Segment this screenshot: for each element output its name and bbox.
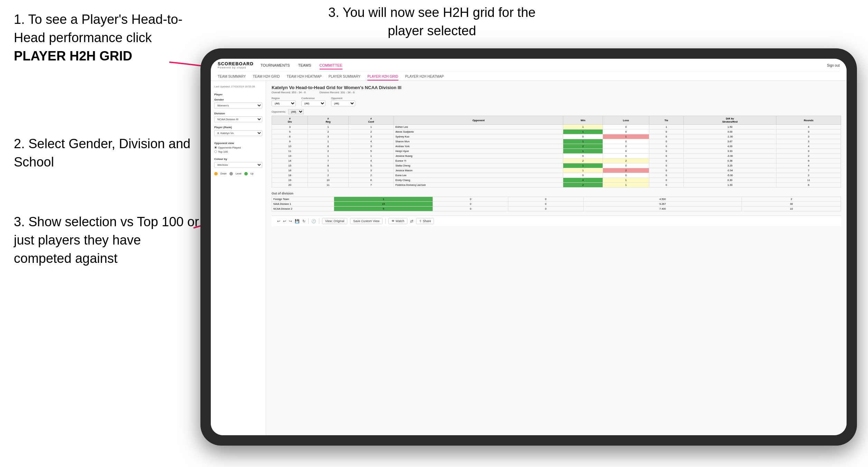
save-custom-view-btn[interactable]: Save Custom View [350,218,383,224]
opponents-label-row: Opponents: (All) [272,109,841,114]
filter-opponent: Opponent (All) [331,97,355,106]
arrow-icon[interactable]: ⇄ [410,219,413,223]
sub-nav-player-summary[interactable]: PLAYER SUMMARY [329,73,360,80]
opponent-filter-label: Opponent [331,97,355,100]
step3-left-text: 3. Show selection vs Top 100 or just pla… [14,213,200,268]
toolbar-divider-1 [308,218,309,224]
colour-dot-up [244,172,248,175]
undo-icon[interactable]: ↩ [277,219,280,223]
nav-link-teams[interactable]: TEAMS [298,62,311,69]
division-record: Division Record: 331 - 34 - 6 [320,91,355,94]
undo2-icon[interactable]: ↩ [283,219,286,223]
division-select[interactable]: NCAA Division III [214,116,262,122]
table-row: Foreign Team 1 0 0 4.500 2 [272,197,841,202]
table-area: Katelyn Vo Head-to-Head Grid for Women's… [266,81,847,435]
clock-icon[interactable]: 🕐 [311,219,316,223]
gender-select[interactable]: Women's [214,103,262,108]
nav-link-tournaments[interactable]: TOURNAMENTS [261,62,290,69]
sub-nav: TEAM SUMMARY TEAM H2H GRID TEAM H2H HEAT… [218,72,840,80]
table-row: 6 3 3 Sydney Kuo 0 1 0 -1.00 3 [272,134,841,139]
step3-right-instruction: 3. You will now see H2H grid for the pla… [311,3,553,40]
conference-select[interactable]: (All) [301,101,326,106]
sidebar-player-section: Player Gender Women's Division NCAA Divi… [214,93,262,137]
sidebar-player-label: Player [214,93,262,96]
sidebar-colour-by: Colour by Win/loss Down Level Up [214,158,262,175]
sign-out-link[interactable]: Sign out [827,64,840,67]
sub-nav-player-h2h-heatmap[interactable]: PLAYER H2H HEATMAP [405,73,444,80]
sidebar-player-rank-label: Player (Rank) [214,126,262,129]
sub-nav-team-h2h-heatmap[interactable]: TEAM H2H HEATMAP [287,73,322,80]
redo-icon[interactable]: ↪ [289,219,292,223]
sub-nav-player-h2h-grid[interactable]: PLAYER H2H GRID [367,73,398,80]
view-original-btn[interactable]: View: Original [322,218,347,224]
table-title: Katelyn Vo Head-to-Head Grid for Women's… [272,85,841,90]
nav-links: TOURNAMENTS TEAMS COMMITTEE [261,62,827,69]
th-reg: #Reg [308,116,348,125]
filter-conference: Conference (All) [301,97,326,106]
colour-by-label: Colour by [214,158,262,161]
colour-legend: Down Level Up [214,172,262,175]
sub-nav-team-summary[interactable]: TEAM SUMMARY [218,73,246,80]
colour-dot-down [214,172,218,175]
save-icon[interactable]: 💾 [295,219,300,223]
filter-row: Region (All) Conference (All) Opponent [272,97,841,106]
th-conf: #Conf [348,116,394,125]
table-row: 5 2 2 Alexis Sudjianto 1 0 0 4.00 3 [272,130,841,134]
th-tie: Tie [649,116,683,125]
out-of-division-title: Out of division [272,192,841,195]
table-row: 13 1 1 Jessica Huang 0 0 0 -3.00 2 [272,154,841,159]
step1-text: 1. To see a Player's Head-to-Head perfor… [14,10,200,47]
opponent-radio-group: Opponents Played Top 100 [214,146,262,153]
table-row: 3 1 1 Esther Lee 1 0 1 1.50 4 [272,125,841,130]
player-rank-select[interactable]: 8. Katelyn Vo [214,130,262,136]
table-row: NCAA Division 2 5 0 0 7.400 10 [272,207,841,211]
main-data-table: #Div #Reg #Conf Opponent Win Loss Tie Di… [272,116,841,188]
table-row: 18 2 2 Euna Lee 0 0 0 -5.00 2 [272,173,841,178]
toolbar-divider-3 [385,218,386,224]
th-diff: Diff AvStrokes/Rnd [683,116,776,125]
opponents-filter-select[interactable]: (All) [288,109,304,114]
sidebar-opponent-view: Opponent view Opponents Played Top 100 [214,142,262,153]
table-row: 20 11 7 Federica Domecq Lacroze 2 1 0 1.… [272,183,841,188]
colour-dot-level [229,172,233,175]
opponent-select[interactable]: (All) [331,101,355,106]
tablet-device: SCOREBOARD Powered by clippd TOURNAMENTS… [200,48,857,446]
table-row: NAIA Division 1 15 0 0 9.267 30 [272,202,841,207]
th-rounds: Rounds [776,116,841,125]
watch-btn[interactable]: 👁 Watch [388,218,407,224]
table-row: 10 6 3 Andrea York 2 0 0 4.00 4 [272,144,841,149]
table-header-row: #Div #Reg #Conf Opponent Win Loss Tie Di… [272,116,841,125]
main-content: Last Updated: 27/03/2024 16:55:38 Player… [211,81,847,435]
toolbar-divider-2 [319,218,319,224]
table-row: 19 10 6 Emily Chang 4 1 0 0.30 11 [272,178,841,183]
th-loss: Loss [603,116,649,125]
sub-nav-team-h2h-grid[interactable]: TEAM H2H GRID [253,73,280,80]
step2-text: 2. Select Gender, Division and School [14,135,200,171]
sidebar-timestamp: Last Updated: 27/03/2024 16:55:38 [214,85,262,89]
region-select[interactable]: (All) [272,101,296,106]
th-win: Win [563,116,603,125]
table-subtitle: Overall Record: 353 - 34 - 6 Division Re… [272,91,841,94]
table-row: 14 7 4 Eunice Yi 2 2 0 0.38 9 [272,159,841,163]
radio-opponents-played[interactable]: Opponents Played [214,146,262,149]
radio-dot-opponents [214,146,217,149]
table-row: 9 1 4 Sharon Mun 1 0 0 3.67 3 [272,139,841,144]
th-div: #Div [272,116,308,125]
nav-link-committee[interactable]: COMMITTEE [320,62,342,69]
opponent-view-label: Opponent view [214,142,262,145]
refresh-icon[interactable]: ↻ [302,219,305,223]
step1-bold: PLAYER H2H GRID [14,49,132,63]
colour-by-select[interactable]: Win/loss [214,162,262,168]
region-filter-label: Region [272,97,296,100]
logo: SCOREBOARD Powered by clippd [218,61,254,69]
table-row: 16 1 3 Jessica Mason 1 2 0 -0.94 7 [272,168,841,173]
instructions-left: 1. To see a Player's Head-to-Head perfor… [0,0,214,296]
tablet-screen: SCOREBOARD Powered by clippd TOURNAMENTS… [211,59,847,435]
sidebar: Last Updated: 27/03/2024 16:55:38 Player… [211,81,266,435]
share-btn[interactable]: ⇧ Share [416,218,434,224]
table-row: 11 2 5 Heejo Hyun 1 0 0 3.33 3 [272,149,841,154]
step3-right-text: 3. You will now see H2H grid for the pla… [311,3,553,40]
overall-record: Overall Record: 353 - 34 - 6 [272,91,306,94]
conference-filter-label: Conference [301,97,326,100]
radio-top-100[interactable]: Top 100 [214,150,262,153]
